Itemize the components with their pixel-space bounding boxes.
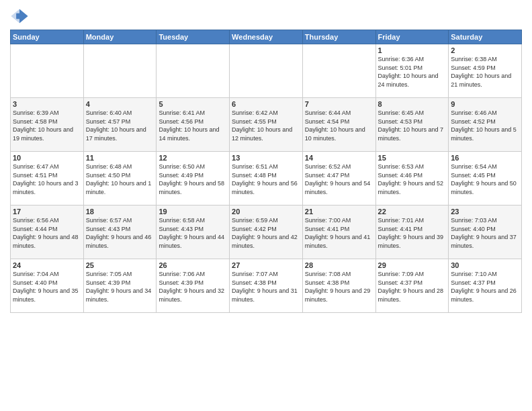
day-info: Sunrise: 6:58 AM Sunset: 4:43 PM Dayligh… [159, 216, 227, 250]
svg-rect-2 [16, 13, 23, 19]
day-number: 7 [305, 100, 373, 108]
day-info: Sunrise: 6:57 AM Sunset: 4:43 PM Dayligh… [86, 216, 154, 250]
day-number: 26 [159, 261, 227, 269]
day-cell: 22Sunrise: 7:01 AM Sunset: 4:41 PM Dayli… [375, 205, 449, 259]
day-info: Sunrise: 7:03 AM Sunset: 4:40 PM Dayligh… [451, 216, 519, 250]
day-info: Sunrise: 6:40 AM Sunset: 4:57 PM Dayligh… [86, 109, 154, 142]
day-info: Sunrise: 7:04 AM Sunset: 4:40 PM Dayligh… [13, 270, 81, 304]
day-header-monday: Monday [83, 30, 157, 44]
day-cell: 19Sunrise: 6:58 AM Sunset: 4:43 PM Dayli… [157, 205, 230, 259]
header-row-days: SundayMondayTuesdayWednesdayThursdayFrid… [11, 30, 522, 44]
day-cell: 23Sunrise: 7:03 AM Sunset: 4:40 PM Dayli… [449, 205, 522, 259]
day-cell: 14Sunrise: 6:52 AM Sunset: 4:47 PM Dayli… [302, 152, 375, 205]
week-row-4: 17Sunrise: 6:56 AM Sunset: 4:44 PM Dayli… [11, 205, 522, 259]
day-number: 17 [13, 208, 81, 216]
day-number: 11 [86, 154, 154, 162]
day-cell: 4Sunrise: 6:40 AM Sunset: 4:57 PM Daylig… [83, 98, 157, 152]
week-row-5: 24Sunrise: 7:04 AM Sunset: 4:40 PM Dayli… [11, 259, 522, 313]
day-cell: 5Sunrise: 6:41 AM Sunset: 4:56 PM Daylig… [157, 98, 230, 152]
day-info: Sunrise: 6:50 AM Sunset: 4:49 PM Dayligh… [159, 163, 227, 196]
day-cell [230, 44, 303, 98]
calendar-table: SundayMondayTuesdayWednesdayThursdayFrid… [10, 30, 522, 313]
day-cell: 10Sunrise: 6:47 AM Sunset: 4:51 PM Dayli… [11, 152, 84, 205]
day-number: 20 [232, 208, 300, 216]
day-cell: 8Sunrise: 6:45 AM Sunset: 4:53 PM Daylig… [375, 98, 449, 152]
day-number: 21 [305, 208, 373, 216]
day-number: 14 [305, 154, 373, 162]
week-row-3: 10Sunrise: 6:47 AM Sunset: 4:51 PM Dayli… [11, 152, 522, 205]
day-info: Sunrise: 6:38 AM Sunset: 4:59 PM Dayligh… [451, 55, 519, 89]
calendar-container: SundayMondayTuesdayWednesdayThursdayFrid… [0, 0, 532, 411]
day-cell: 18Sunrise: 6:57 AM Sunset: 4:43 PM Dayli… [83, 205, 157, 259]
week-row-1: 1Sunrise: 6:36 AM Sunset: 5:01 PM Daylig… [11, 44, 522, 98]
day-info: Sunrise: 7:06 AM Sunset: 4:39 PM Dayligh… [159, 270, 227, 304]
day-info: Sunrise: 6:46 AM Sunset: 4:52 PM Dayligh… [451, 109, 519, 142]
day-info: Sunrise: 6:47 AM Sunset: 4:51 PM Dayligh… [13, 163, 81, 196]
day-cell: 15Sunrise: 6:53 AM Sunset: 4:46 PM Dayli… [375, 152, 449, 205]
day-cell: 6Sunrise: 6:42 AM Sunset: 4:55 PM Daylig… [230, 98, 303, 152]
day-header-thursday: Thursday [302, 30, 375, 44]
day-number: 6 [232, 100, 300, 108]
day-number: 12 [159, 154, 227, 162]
day-info: Sunrise: 6:36 AM Sunset: 5:01 PM Dayligh… [378, 55, 447, 89]
day-info: Sunrise: 7:00 AM Sunset: 4:41 PM Dayligh… [305, 216, 373, 250]
day-info: Sunrise: 6:52 AM Sunset: 4:47 PM Dayligh… [305, 163, 373, 196]
day-number: 16 [451, 154, 519, 162]
day-number: 15 [378, 154, 447, 162]
day-number: 2 [451, 46, 519, 54]
day-info: Sunrise: 6:59 AM Sunset: 4:42 PM Dayligh… [232, 216, 300, 250]
day-number: 28 [305, 261, 373, 269]
day-number: 19 [159, 208, 227, 216]
day-info: Sunrise: 6:56 AM Sunset: 4:44 PM Dayligh… [13, 216, 81, 250]
day-cell: 17Sunrise: 6:56 AM Sunset: 4:44 PM Dayli… [11, 205, 84, 259]
day-info: Sunrise: 6:42 AM Sunset: 4:55 PM Dayligh… [232, 109, 300, 142]
day-number: 1 [378, 46, 447, 54]
day-info: Sunrise: 6:53 AM Sunset: 4:46 PM Dayligh… [378, 163, 447, 196]
day-cell: 29Sunrise: 7:09 AM Sunset: 4:37 PM Dayli… [375, 259, 449, 313]
day-number: 30 [451, 261, 519, 269]
day-header-sunday: Sunday [11, 30, 84, 44]
day-cell: 21Sunrise: 7:00 AM Sunset: 4:41 PM Dayli… [302, 205, 375, 259]
day-cell: 16Sunrise: 6:54 AM Sunset: 4:45 PM Dayli… [449, 152, 522, 205]
day-number: 9 [451, 100, 519, 108]
logo-icon [10, 7, 29, 26]
day-cell: 20Sunrise: 6:59 AM Sunset: 4:42 PM Dayli… [230, 205, 303, 259]
day-number: 3 [13, 100, 81, 108]
day-cell: 12Sunrise: 6:50 AM Sunset: 4:49 PM Dayli… [157, 152, 230, 205]
day-cell: 13Sunrise: 6:51 AM Sunset: 4:48 PM Dayli… [230, 152, 303, 205]
day-number: 29 [378, 261, 447, 269]
logo [10, 7, 32, 26]
day-cell: 7Sunrise: 6:44 AM Sunset: 4:54 PM Daylig… [302, 98, 375, 152]
day-header-friday: Friday [375, 30, 449, 44]
day-cell: 3Sunrise: 6:39 AM Sunset: 4:58 PM Daylig… [11, 98, 84, 152]
day-cell: 11Sunrise: 6:48 AM Sunset: 4:50 PM Dayli… [83, 152, 157, 205]
day-header-saturday: Saturday [449, 30, 522, 44]
day-info: Sunrise: 7:10 AM Sunset: 4:37 PM Dayligh… [451, 270, 519, 304]
day-cell: 9Sunrise: 6:46 AM Sunset: 4:52 PM Daylig… [449, 98, 522, 152]
day-info: Sunrise: 6:41 AM Sunset: 4:56 PM Dayligh… [159, 109, 227, 142]
day-header-wednesday: Wednesday [230, 30, 303, 44]
day-cell: 27Sunrise: 7:07 AM Sunset: 4:38 PM Dayli… [230, 259, 303, 313]
day-number: 24 [13, 261, 81, 269]
header-row [10, 7, 522, 26]
day-cell [302, 44, 375, 98]
day-info: Sunrise: 7:08 AM Sunset: 4:38 PM Dayligh… [305, 270, 373, 304]
day-info: Sunrise: 7:05 AM Sunset: 4:39 PM Dayligh… [86, 270, 154, 304]
day-cell [11, 44, 84, 98]
day-info: Sunrise: 6:51 AM Sunset: 4:48 PM Dayligh… [232, 163, 300, 196]
day-number: 10 [13, 154, 81, 162]
day-number: 8 [378, 100, 447, 108]
day-info: Sunrise: 6:54 AM Sunset: 4:45 PM Dayligh… [451, 163, 519, 196]
day-cell: 24Sunrise: 7:04 AM Sunset: 4:40 PM Dayli… [11, 259, 84, 313]
day-number: 22 [378, 208, 447, 216]
day-cell: 2Sunrise: 6:38 AM Sunset: 4:59 PM Daylig… [449, 44, 522, 98]
day-number: 25 [86, 261, 154, 269]
day-info: Sunrise: 6:39 AM Sunset: 4:58 PM Dayligh… [13, 109, 81, 142]
day-header-tuesday: Tuesday [157, 30, 230, 44]
day-info: Sunrise: 6:44 AM Sunset: 4:54 PM Dayligh… [305, 109, 373, 142]
day-info: Sunrise: 7:01 AM Sunset: 4:41 PM Dayligh… [378, 216, 447, 250]
day-number: 4 [86, 100, 154, 108]
day-number: 5 [159, 100, 227, 108]
day-number: 23 [451, 208, 519, 216]
day-number: 13 [232, 154, 300, 162]
